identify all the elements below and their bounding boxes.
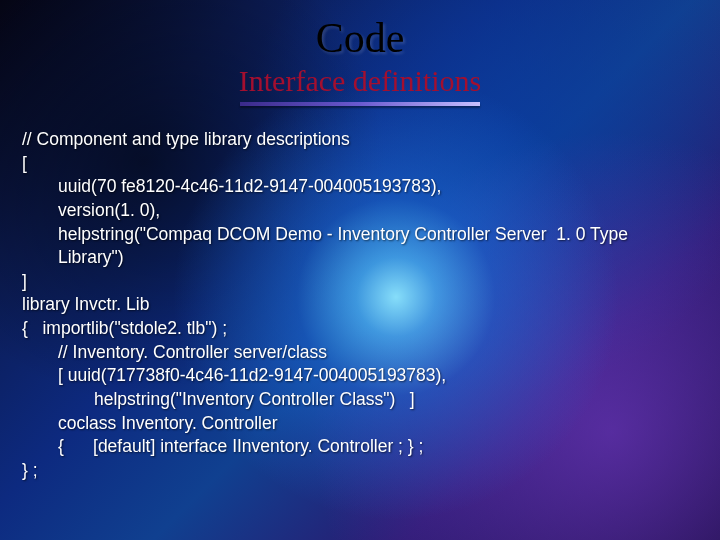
code-line: // Component and type library descriptio…	[22, 128, 692, 152]
code-line: [ uuid(717738f0-4c46-11d2-9147-004005193…	[22, 364, 692, 388]
slide: Code Interface definitions // Component …	[0, 0, 720, 540]
code-block: // Component and type library descriptio…	[0, 106, 720, 482]
slide-subtitle: Interface definitions	[0, 64, 720, 98]
code-line: uuid(70 fe8120-4c46-11d2-9147-0040051937…	[22, 175, 692, 199]
code-line: ]	[22, 270, 692, 294]
code-line: { [default] interface IInventory. Contro…	[22, 435, 692, 459]
code-line: // Inventory. Controller server/class	[22, 341, 692, 365]
code-line: coclass Inventory. Controller	[22, 412, 692, 436]
code-line: [	[22, 152, 692, 176]
code-line: library Invctr. Lib	[22, 293, 692, 317]
code-line: helpstring("Inventory Controller Class")…	[22, 388, 692, 412]
code-line: { importlib("stdole2. tlb") ;	[22, 317, 692, 341]
title-block: Code Interface definitions	[0, 0, 720, 106]
code-line: helpstring("Compaq DCOM Demo - Inventory…	[22, 223, 692, 270]
slide-title: Code	[0, 14, 720, 62]
code-line: version(1. 0),	[22, 199, 692, 223]
code-line: } ;	[22, 459, 692, 483]
